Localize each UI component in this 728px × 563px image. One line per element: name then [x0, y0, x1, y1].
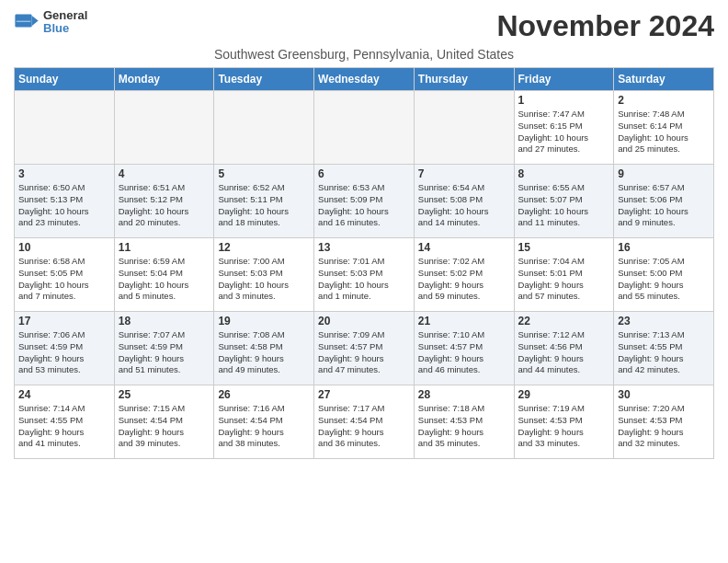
- week-row-3: 10Sunrise: 6:58 AM Sunset: 5:05 PM Dayli…: [15, 238, 714, 312]
- day-number: 15: [518, 241, 610, 254]
- calendar-cell: 19Sunrise: 7:08 AM Sunset: 4:58 PM Dayli…: [214, 312, 314, 385]
- calendar-cell: 22Sunrise: 7:12 AM Sunset: 4:56 PM Dayli…: [514, 312, 614, 385]
- cell-text: Sunrise: 7:08 AM Sunset: 4:58 PM Dayligh…: [218, 329, 310, 376]
- calendar-cell: 8Sunrise: 6:55 AM Sunset: 5:07 PM Daylig…: [514, 165, 614, 238]
- cell-text: Sunrise: 7:16 AM Sunset: 4:54 PM Dayligh…: [218, 403, 310, 450]
- day-number: 16: [618, 241, 710, 254]
- calendar-cell: 2Sunrise: 7:48 AM Sunset: 6:14 PM Daylig…: [614, 91, 714, 165]
- cell-text: Sunrise: 7:02 AM Sunset: 5:02 PM Dayligh…: [418, 256, 510, 303]
- week-row-4: 17Sunrise: 7:06 AM Sunset: 4:59 PM Dayli…: [15, 312, 714, 385]
- day-number: 19: [218, 315, 310, 327]
- calendar-table: SundayMondayTuesdayWednesdayThursdayFrid…: [14, 67, 714, 459]
- calendar-cell: [114, 91, 214, 165]
- calendar-cell: [15, 91, 115, 165]
- calendar-cell: 27Sunrise: 7:17 AM Sunset: 4:54 PM Dayli…: [314, 385, 415, 459]
- day-number: 8: [518, 167, 610, 180]
- logo-text: General Blue: [43, 9, 87, 36]
- header-monday: Monday: [114, 68, 214, 91]
- day-number: 29: [518, 388, 610, 401]
- page-header: General Blue November 2024: [14, 9, 714, 43]
- day-number: 4: [119, 167, 210, 180]
- cell-text: Sunrise: 7:13 AM Sunset: 4:55 PM Dayligh…: [618, 329, 710, 376]
- day-number: 20: [318, 315, 410, 327]
- cell-text: Sunrise: 6:53 AM Sunset: 5:09 PM Dayligh…: [318, 182, 410, 229]
- cell-text: Sunrise: 6:52 AM Sunset: 5:11 PM Dayligh…: [218, 182, 310, 229]
- calendar-cell: 3Sunrise: 6:50 AM Sunset: 5:13 PM Daylig…: [15, 165, 115, 238]
- calendar-cell: 17Sunrise: 7:06 AM Sunset: 4:59 PM Dayli…: [15, 312, 115, 385]
- cell-text: Sunrise: 7:04 AM Sunset: 5:01 PM Dayligh…: [518, 256, 610, 303]
- calendar-cell: [214, 91, 314, 165]
- week-row-5: 24Sunrise: 7:14 AM Sunset: 4:55 PM Dayli…: [15, 385, 714, 459]
- calendar-cell: 25Sunrise: 7:15 AM Sunset: 4:54 PM Dayli…: [114, 385, 214, 459]
- day-number: 13: [318, 241, 410, 254]
- day-number: 3: [18, 167, 110, 180]
- day-number: 30: [618, 388, 710, 401]
- day-number: 1: [518, 94, 610, 107]
- cell-text: Sunrise: 7:19 AM Sunset: 4:53 PM Dayligh…: [518, 403, 610, 450]
- calendar-cell: 16Sunrise: 7:05 AM Sunset: 5:00 PM Dayli…: [614, 238, 714, 312]
- calendar-cell: 21Sunrise: 7:10 AM Sunset: 4:57 PM Dayli…: [414, 312, 514, 385]
- cell-text: Sunrise: 7:10 AM Sunset: 4:57 PM Dayligh…: [418, 329, 510, 376]
- calendar-cell: 28Sunrise: 7:18 AM Sunset: 4:53 PM Dayli…: [414, 385, 514, 459]
- header-row: SundayMondayTuesdayWednesdayThursdayFrid…: [15, 68, 714, 91]
- calendar-cell: 9Sunrise: 6:57 AM Sunset: 5:06 PM Daylig…: [614, 165, 714, 238]
- logo: General Blue: [14, 9, 87, 36]
- cell-text: Sunrise: 7:48 AM Sunset: 6:14 PM Dayligh…: [618, 109, 710, 155]
- calendar-cell: 5Sunrise: 6:52 AM Sunset: 5:11 PM Daylig…: [214, 165, 314, 238]
- header-wednesday: Wednesday: [314, 68, 415, 91]
- calendar-cell: 18Sunrise: 7:07 AM Sunset: 4:59 PM Dayli…: [114, 312, 214, 385]
- calendar-cell: [314, 91, 415, 165]
- day-number: 21: [418, 315, 510, 327]
- logo-blue: Blue: [43, 22, 87, 35]
- cell-text: Sunrise: 7:06 AM Sunset: 4:59 PM Dayligh…: [18, 329, 110, 376]
- day-number: 7: [418, 167, 510, 180]
- day-number: 26: [218, 388, 310, 401]
- cell-text: Sunrise: 7:00 AM Sunset: 5:03 PM Dayligh…: [218, 256, 310, 303]
- day-number: 28: [418, 388, 510, 401]
- calendar-cell: 23Sunrise: 7:13 AM Sunset: 4:55 PM Dayli…: [614, 312, 714, 385]
- calendar-cell: 24Sunrise: 7:14 AM Sunset: 4:55 PM Dayli…: [15, 385, 115, 459]
- cell-text: Sunrise: 6:59 AM Sunset: 5:04 PM Dayligh…: [119, 256, 210, 303]
- cell-text: Sunrise: 6:51 AM Sunset: 5:12 PM Dayligh…: [119, 182, 210, 229]
- calendar-cell: [414, 91, 514, 165]
- calendar-cell: 14Sunrise: 7:02 AM Sunset: 5:02 PM Dayli…: [414, 238, 514, 312]
- day-number: 23: [618, 315, 710, 327]
- calendar-cell: 30Sunrise: 7:20 AM Sunset: 4:53 PM Dayli…: [614, 385, 714, 459]
- cell-text: Sunrise: 6:54 AM Sunset: 5:08 PM Dayligh…: [418, 182, 510, 229]
- calendar-cell: 15Sunrise: 7:04 AM Sunset: 5:01 PM Dayli…: [514, 238, 614, 312]
- header-tuesday: Tuesday: [214, 68, 314, 91]
- day-number: 14: [418, 241, 510, 254]
- calendar-cell: 29Sunrise: 7:19 AM Sunset: 4:53 PM Dayli…: [514, 385, 614, 459]
- svg-rect-2: [17, 21, 30, 22]
- day-number: 2: [618, 94, 710, 107]
- cell-text: Sunrise: 6:55 AM Sunset: 5:07 PM Dayligh…: [518, 182, 610, 229]
- cell-text: Sunrise: 7:05 AM Sunset: 5:00 PM Dayligh…: [618, 256, 710, 303]
- day-number: 12: [218, 241, 310, 254]
- cell-text: Sunrise: 7:07 AM Sunset: 4:59 PM Dayligh…: [119, 329, 210, 376]
- calendar-cell: 26Sunrise: 7:16 AM Sunset: 4:54 PM Dayli…: [214, 385, 314, 459]
- cell-text: Sunrise: 6:50 AM Sunset: 5:13 PM Dayligh…: [18, 182, 110, 229]
- calendar-cell: 6Sunrise: 6:53 AM Sunset: 5:09 PM Daylig…: [314, 165, 415, 238]
- cell-text: Sunrise: 7:18 AM Sunset: 4:53 PM Dayligh…: [418, 403, 510, 450]
- calendar-cell: 11Sunrise: 6:59 AM Sunset: 5:04 PM Dayli…: [114, 238, 214, 312]
- day-number: 6: [318, 167, 410, 180]
- cell-text: Sunrise: 7:01 AM Sunset: 5:03 PM Dayligh…: [318, 256, 410, 303]
- logo-general: General: [43, 9, 87, 22]
- day-number: 11: [119, 241, 210, 254]
- cell-text: Sunrise: 7:17 AM Sunset: 4:54 PM Dayligh…: [318, 403, 410, 450]
- calendar-cell: 10Sunrise: 6:58 AM Sunset: 5:05 PM Dayli…: [15, 238, 115, 312]
- day-number: 17: [18, 315, 110, 327]
- day-number: 5: [218, 167, 310, 180]
- svg-marker-1: [32, 16, 39, 26]
- day-number: 24: [18, 388, 110, 401]
- day-number: 9: [618, 167, 710, 180]
- calendar-cell: 4Sunrise: 6:51 AM Sunset: 5:12 PM Daylig…: [114, 165, 214, 238]
- week-row-2: 3Sunrise: 6:50 AM Sunset: 5:13 PM Daylig…: [15, 165, 714, 238]
- cell-text: Sunrise: 7:15 AM Sunset: 4:54 PM Dayligh…: [119, 403, 210, 450]
- day-number: 22: [518, 315, 610, 327]
- day-number: 27: [318, 388, 410, 401]
- cell-text: Sunrise: 7:14 AM Sunset: 4:55 PM Dayligh…: [18, 403, 110, 450]
- cell-text: Sunrise: 7:47 AM Sunset: 6:15 PM Dayligh…: [518, 109, 610, 155]
- calendar-cell: 1Sunrise: 7:47 AM Sunset: 6:15 PM Daylig…: [514, 91, 614, 165]
- cell-text: Sunrise: 6:57 AM Sunset: 5:06 PM Dayligh…: [618, 182, 710, 229]
